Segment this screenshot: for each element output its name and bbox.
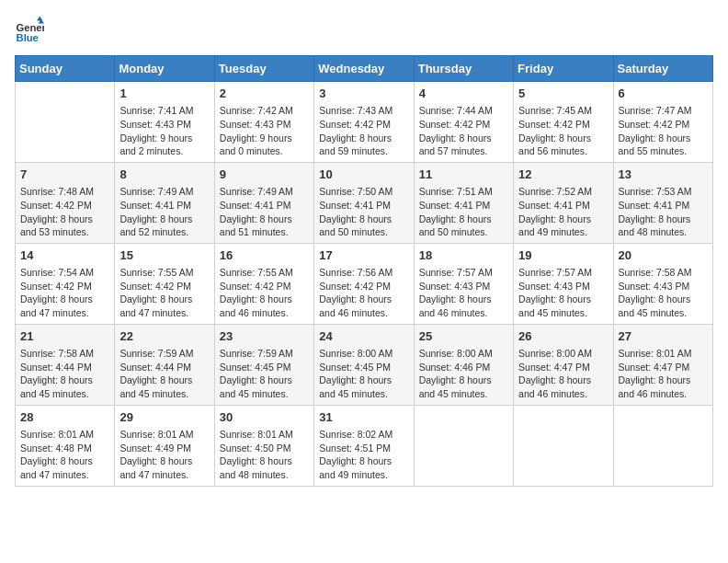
svg-marker-2 — [37, 17, 42, 21]
day-details: Sunrise: 7:51 AM Sunset: 4:41 PM Dayligh… — [419, 185, 508, 239]
calendar-cell: 29Sunrise: 8:01 AM Sunset: 4:49 PM Dayli… — [115, 405, 214, 486]
day-details: Sunrise: 7:47 AM Sunset: 4:42 PM Dayligh… — [619, 104, 708, 158]
logo-icon: General Blue — [15, 15, 44, 44]
calendar-cell: 19Sunrise: 7:57 AM Sunset: 4:43 PM Dayli… — [514, 243, 613, 324]
calendar-cell: 21Sunrise: 7:58 AM Sunset: 4:44 PM Dayli… — [16, 324, 115, 405]
day-details: Sunrise: 7:42 AM Sunset: 4:43 PM Dayligh… — [220, 104, 309, 158]
day-details: Sunrise: 8:01 AM Sunset: 4:48 PM Dayligh… — [20, 428, 109, 482]
weekday-header-friday: Friday — [514, 56, 613, 82]
calendar-cell: 13Sunrise: 7:53 AM Sunset: 4:41 PM Dayli… — [613, 162, 712, 243]
calendar-cell: 6Sunrise: 7:47 AM Sunset: 4:42 PM Daylig… — [613, 82, 712, 163]
day-number: 15 — [119, 247, 209, 264]
calendar-cell: 27Sunrise: 8:01 AM Sunset: 4:47 PM Dayli… — [613, 324, 712, 405]
calendar-cell: 18Sunrise: 7:57 AM Sunset: 4:43 PM Dayli… — [414, 243, 513, 324]
day-number: 23 — [220, 328, 309, 345]
day-details: Sunrise: 7:48 AM Sunset: 4:42 PM Dayligh… — [20, 185, 109, 239]
day-number: 20 — [619, 247, 708, 264]
calendar-cell: 25Sunrise: 8:00 AM Sunset: 4:46 PM Dayli… — [414, 324, 513, 405]
day-details: Sunrise: 7:43 AM Sunset: 4:42 PM Dayligh… — [319, 104, 408, 158]
calendar-cell: 10Sunrise: 7:50 AM Sunset: 4:41 PM Dayli… — [314, 162, 414, 243]
calendar-cell: 1Sunrise: 7:41 AM Sunset: 4:43 PM Daylig… — [115, 82, 214, 163]
day-details: Sunrise: 7:49 AM Sunset: 4:41 PM Dayligh… — [119, 185, 209, 239]
day-details: Sunrise: 7:56 AM Sunset: 4:42 PM Dayligh… — [319, 266, 408, 320]
day-number: 26 — [518, 328, 608, 345]
day-number: 30 — [220, 409, 309, 426]
day-details: Sunrise: 7:57 AM Sunset: 4:43 PM Dayligh… — [419, 266, 508, 320]
day-number: 18 — [419, 247, 508, 264]
day-number: 17 — [319, 247, 408, 264]
day-details: Sunrise: 7:49 AM Sunset: 4:41 PM Dayligh… — [220, 185, 309, 239]
calendar-cell: 16Sunrise: 7:55 AM Sunset: 4:42 PM Dayli… — [214, 243, 313, 324]
day-details: Sunrise: 7:44 AM Sunset: 4:42 PM Dayligh… — [419, 104, 508, 158]
day-details: Sunrise: 8:02 AM Sunset: 4:51 PM Dayligh… — [319, 428, 408, 482]
calendar-cell: 15Sunrise: 7:55 AM Sunset: 4:42 PM Dayli… — [115, 243, 214, 324]
day-details: Sunrise: 7:58 AM Sunset: 4:44 PM Dayligh… — [20, 347, 109, 401]
logo: General Blue — [15, 15, 48, 44]
calendar-cell: 11Sunrise: 7:51 AM Sunset: 4:41 PM Dayli… — [414, 162, 513, 243]
calendar-cell: 24Sunrise: 8:00 AM Sunset: 4:45 PM Dayli… — [314, 324, 414, 405]
weekday-header-wednesday: Wednesday — [314, 56, 414, 82]
day-number: 7 — [20, 167, 109, 183]
day-details: Sunrise: 8:01 AM Sunset: 4:49 PM Dayligh… — [119, 428, 209, 482]
day-number: 25 — [419, 328, 508, 345]
day-details: Sunrise: 8:00 AM Sunset: 4:45 PM Dayligh… — [319, 347, 408, 401]
week-row-3: 14Sunrise: 7:54 AM Sunset: 4:42 PM Dayli… — [16, 243, 713, 324]
calendar-cell: 14Sunrise: 7:54 AM Sunset: 4:42 PM Dayli… — [16, 243, 115, 324]
day-details: Sunrise: 7:59 AM Sunset: 4:45 PM Dayligh… — [220, 347, 309, 401]
day-number: 6 — [619, 86, 708, 102]
day-details: Sunrise: 7:55 AM Sunset: 4:42 PM Dayligh… — [220, 266, 309, 320]
calendar-cell: 20Sunrise: 7:58 AM Sunset: 4:43 PM Dayli… — [613, 243, 712, 324]
calendar-cell: 31Sunrise: 8:02 AM Sunset: 4:51 PM Dayli… — [314, 405, 414, 486]
week-row-2: 7Sunrise: 7:48 AM Sunset: 4:42 PM Daylig… — [16, 162, 713, 243]
calendar-table: SundayMondayTuesdayWednesdayThursdayFrid… — [15, 55, 713, 487]
day-details: Sunrise: 7:59 AM Sunset: 4:44 PM Dayligh… — [119, 347, 209, 401]
day-number: 9 — [220, 167, 309, 183]
weekday-header-sunday: Sunday — [16, 56, 115, 82]
day-details: Sunrise: 8:01 AM Sunset: 4:47 PM Dayligh… — [619, 347, 708, 401]
day-number: 12 — [518, 167, 608, 183]
day-details: Sunrise: 7:53 AM Sunset: 4:41 PM Dayligh… — [619, 185, 708, 239]
calendar-cell: 8Sunrise: 7:49 AM Sunset: 4:41 PM Daylig… — [115, 162, 214, 243]
svg-text:Blue: Blue — [17, 32, 39, 43]
day-details: Sunrise: 7:57 AM Sunset: 4:43 PM Dayligh… — [518, 266, 608, 320]
calendar-cell — [613, 405, 712, 486]
weekday-header-row: SundayMondayTuesdayWednesdayThursdayFrid… — [16, 56, 713, 82]
day-number: 4 — [419, 86, 508, 102]
day-details: Sunrise: 7:55 AM Sunset: 4:42 PM Dayligh… — [119, 266, 209, 320]
day-details: Sunrise: 7:50 AM Sunset: 4:41 PM Dayligh… — [319, 185, 408, 239]
day-details: Sunrise: 7:52 AM Sunset: 4:41 PM Dayligh… — [518, 185, 608, 239]
header: General Blue — [15, 15, 713, 44]
calendar-cell: 2Sunrise: 7:42 AM Sunset: 4:43 PM Daylig… — [214, 82, 313, 163]
day-number: 8 — [119, 167, 209, 183]
day-details: Sunrise: 7:58 AM Sunset: 4:43 PM Dayligh… — [619, 266, 708, 320]
calendar-cell — [414, 405, 513, 486]
day-number: 5 — [518, 86, 608, 102]
day-details: Sunrise: 7:54 AM Sunset: 4:42 PM Dayligh… — [20, 266, 109, 320]
calendar-cell — [16, 82, 115, 163]
day-number: 28 — [20, 409, 109, 426]
calendar-cell: 28Sunrise: 8:01 AM Sunset: 4:48 PM Dayli… — [16, 405, 115, 486]
calendar-cell: 17Sunrise: 7:56 AM Sunset: 4:42 PM Dayli… — [314, 243, 414, 324]
week-row-4: 21Sunrise: 7:58 AM Sunset: 4:44 PM Dayli… — [16, 324, 713, 405]
day-details: Sunrise: 7:45 AM Sunset: 4:42 PM Dayligh… — [518, 104, 608, 158]
day-number: 24 — [319, 328, 408, 345]
weekday-header-saturday: Saturday — [613, 56, 712, 82]
weekday-header-thursday: Thursday — [414, 56, 513, 82]
calendar-cell: 5Sunrise: 7:45 AM Sunset: 4:42 PM Daylig… — [514, 82, 613, 163]
calendar-cell: 4Sunrise: 7:44 AM Sunset: 4:42 PM Daylig… — [414, 82, 513, 163]
day-number: 10 — [319, 167, 408, 183]
day-number: 2 — [220, 86, 309, 102]
calendar-cell: 23Sunrise: 7:59 AM Sunset: 4:45 PM Dayli… — [214, 324, 313, 405]
calendar-cell — [514, 405, 613, 486]
weekday-header-monday: Monday — [115, 56, 214, 82]
calendar-cell: 26Sunrise: 8:00 AM Sunset: 4:47 PM Dayli… — [514, 324, 613, 405]
calendar-cell: 9Sunrise: 7:49 AM Sunset: 4:41 PM Daylig… — [214, 162, 313, 243]
calendar-cell: 3Sunrise: 7:43 AM Sunset: 4:42 PM Daylig… — [314, 82, 414, 163]
day-number: 29 — [119, 409, 209, 426]
day-number: 21 — [20, 328, 109, 345]
calendar-cell: 7Sunrise: 7:48 AM Sunset: 4:42 PM Daylig… — [16, 162, 115, 243]
week-row-1: 1Sunrise: 7:41 AM Sunset: 4:43 PM Daylig… — [16, 82, 713, 163]
day-number: 13 — [619, 167, 708, 183]
day-number: 3 — [319, 86, 408, 102]
day-details: Sunrise: 8:00 AM Sunset: 4:47 PM Dayligh… — [518, 347, 608, 401]
